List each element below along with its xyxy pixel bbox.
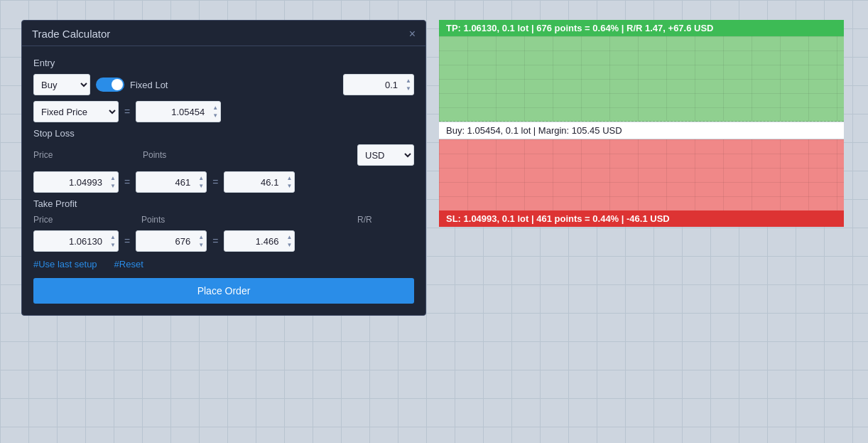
use-last-setup-button[interactable]: #Use last setup (33, 259, 97, 269)
price-type-select[interactable]: Fixed Price Market Bid Ask (33, 101, 119, 122)
fixed-lot-label: Fixed Lot (130, 80, 168, 90)
dialog-body: Entry Buy Sell Fixed Lot (22, 46, 425, 315)
tp-headers-row: Price Points R/R (33, 215, 414, 225)
tp-rr-up[interactable]: ▲ (285, 234, 293, 241)
sl-usd-arrows: ▲ ▼ (285, 171, 293, 193)
sl-section-label: Stop Loss (33, 128, 414, 139)
entry-price-down[interactable]: ▼ (211, 112, 219, 119)
fixed-lot-toggle[interactable] (96, 78, 124, 92)
sl-usd-input[interactable] (224, 171, 295, 193)
sl-price-header: Price (33, 150, 112, 160)
tp-points-header: Points (141, 215, 212, 225)
trade-calculator-dialog: Trade Calculator × Entry Buy Sell Fixed … (21, 20, 426, 316)
lot-input[interactable] (343, 74, 414, 95)
direction-select[interactable]: Buy Sell (33, 74, 90, 95)
place-order-button[interactable]: Place Order (33, 278, 414, 304)
price-type-wrap: Fixed Price Market Bid Ask (33, 101, 119, 122)
sl-bar: SL: 1.04993, 0.1 lot | 461 points = 0.44… (439, 210, 844, 227)
tp-section-label: Take Profit (33, 198, 414, 209)
tp-rr-header: R/R (357, 215, 414, 225)
tp-points-wrap: ▲ ▼ (136, 230, 207, 252)
dialog-title: Trade Calculator (32, 28, 110, 40)
sl-values-row: ▲ ▼ = ▲ ▼ = ▲ ▼ (33, 171, 414, 193)
lot-spinner-wrap: ▲ ▼ (343, 74, 414, 95)
sl-points-wrap: ▲ ▼ (136, 171, 207, 193)
tp-price-down[interactable]: ▼ (109, 242, 117, 249)
links-row: #Use last setup #Reset (33, 259, 414, 269)
tp-points-up[interactable]: ▲ (197, 234, 205, 241)
red-zone (439, 139, 844, 210)
tp-eq2: = (212, 235, 218, 247)
tp-price-up[interactable]: ▲ (109, 234, 117, 241)
sl-points-header: Points (143, 150, 214, 160)
entry-price-input[interactable] (136, 101, 221, 122)
entry-equals: = (124, 106, 130, 117)
sl-usd-down[interactable]: ▼ (285, 183, 293, 190)
entry-price-up[interactable]: ▲ (211, 105, 219, 112)
tp-rr-wrap: ▲ ▼ (224, 230, 295, 252)
sl-price-down[interactable]: ▼ (109, 183, 117, 190)
sl-currency-select[interactable]: USD EUR (357, 144, 414, 166)
sl-points-up[interactable]: ▲ (197, 175, 205, 182)
lot-arrows: ▲ ▼ (404, 74, 413, 95)
tp-bar: TP: 1.06130, 0.1 lot | 676 points = 0.64… (439, 20, 844, 36)
tp-price-input[interactable] (33, 230, 119, 252)
sl-usd-wrap: ▲ ▼ (224, 171, 295, 193)
green-zone-grid (439, 36, 844, 121)
sl-price-input[interactable] (33, 171, 119, 193)
close-button[interactable]: × (409, 28, 416, 40)
entry-section-label: Entry (33, 58, 414, 68)
toggle-slider (96, 78, 124, 92)
tp-eq1: = (124, 235, 130, 247)
sl-points-input[interactable] (136, 171, 207, 193)
tp-values-row: ▲ ▼ = ▲ ▼ = ▲ ▼ (33, 230, 414, 252)
red-zone-grid (439, 139, 844, 210)
buy-line: Buy: 1.05454, 0.1 lot | Margin: 105.45 U… (439, 122, 844, 139)
reset-button[interactable]: #Reset (114, 259, 143, 269)
tp-points-input[interactable] (136, 230, 207, 252)
lot-up-arrow[interactable]: ▲ (404, 78, 413, 85)
entry-price-wrap: ▲ ▼ (136, 101, 221, 122)
sl-points-down[interactable]: ▼ (197, 183, 205, 190)
entry-row1: Buy Sell Fixed Lot ▲ ▼ (33, 74, 414, 95)
entry-row2: Fixed Price Market Bid Ask = ▲ ▼ (33, 101, 414, 122)
tp-rr-input[interactable] (224, 230, 295, 252)
tp-price-arrows: ▲ ▼ (109, 230, 117, 252)
tp-rr-arrows: ▲ ▼ (285, 230, 293, 252)
sl-headers-row: Price Points USD EUR (33, 144, 414, 166)
sl-eq1: = (124, 176, 130, 188)
entry-price-arrows: ▲ ▼ (211, 101, 219, 122)
tp-points-arrows: ▲ ▼ (197, 230, 205, 252)
tp-rr-down[interactable]: ▼ (285, 242, 293, 249)
tp-points-down[interactable]: ▼ (197, 242, 205, 249)
sl-price-up[interactable]: ▲ (109, 175, 117, 182)
sl-price-arrows: ▲ ▼ (109, 171, 117, 193)
dialog-titlebar: Trade Calculator × (22, 21, 425, 46)
direction-select-wrap: Buy Sell (33, 74, 90, 95)
chart-area: TP: 1.06130, 0.1 lot | 676 points = 0.64… (439, 20, 844, 283)
sl-points-arrows: ▲ ▼ (197, 171, 205, 193)
green-zone (439, 36, 844, 122)
tp-price-header: Price (33, 215, 119, 225)
sl-eq2: = (212, 176, 218, 188)
sl-usd-up[interactable]: ▲ (285, 175, 293, 182)
lot-down-arrow[interactable]: ▼ (404, 85, 413, 92)
fixed-lot-toggle-container: Fixed Lot (96, 78, 168, 92)
sl-price-wrap: ▲ ▼ (33, 171, 119, 193)
tp-price-wrap: ▲ ▼ (33, 230, 119, 252)
sl-usd-header-wrap: USD EUR (357, 144, 414, 166)
